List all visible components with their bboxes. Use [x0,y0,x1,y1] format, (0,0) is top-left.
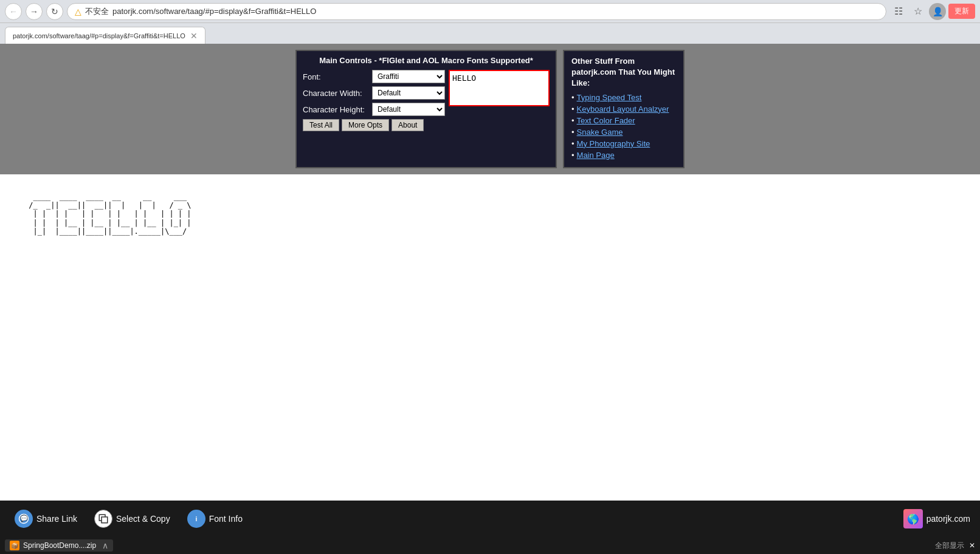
tab-bar: patorjk.com/software/taag/#p=display&f=G… [0,23,980,44]
photography-link[interactable]: My Photography Site [577,139,650,148]
share-link-button[interactable]: 💬 Share Link [10,507,82,530]
main-controls-panel: Main Controls - *FIGlet and AOL Macro Fo… [295,50,557,168]
windows-taskbar: 📦 SpringBootDemo....zip ∧ 全部显示 ✕ [0,537,980,554]
url-text: patorjk.com/software/taag/#p=display&f=G… [112,7,316,16]
address-bar[interactable]: △ 不安全 patorjk.com/software/taag/#p=displ… [67,3,886,20]
list-item: Snake Game [571,128,676,137]
share-link-label: Share Link [36,514,77,524]
tab-label: patorjk.com/software/taag/#p=display&f=G… [13,32,185,39]
show-all-button[interactable]: 全部显示 [935,541,964,551]
char-width-label: Character Width: [303,89,370,98]
char-width-row: Character Width: Default [303,86,445,100]
svg-rect-3 [102,517,108,523]
taskbar-item[interactable]: 📦 SpringBootDemo....zip ∧ [5,539,113,552]
reload-button[interactable]: ↻ [46,3,63,20]
test-all-button[interactable]: Test All [303,119,339,131]
font-info-label: Font Info [209,514,243,524]
taskbar-item-icon: 📦 [10,541,19,550]
ascii-art-area: ____ ____ ____ __ __ ___ /_ _|| __|| __|… [0,174,980,255]
page-content: Main Controls - *FIGlet and AOL Macro Fo… [0,44,980,501]
security-warning-icon: △ [75,7,81,16]
back-button[interactable]: ← [5,3,22,20]
bookmark-button[interactable]: ☆ [909,3,927,20]
update-button[interactable]: 更新 [948,4,975,19]
list-item: Typing Speed Test [571,93,676,102]
security-warning-text: 不安全 [85,6,109,17]
char-width-select[interactable]: Default [372,86,445,100]
bottom-toolbar: 💬 Share Link Select & Copy i Font Info 🌎… [0,501,980,537]
keyboard-layout-link[interactable]: Keyboard Layout Analzyer [577,104,669,114]
font-select[interactable]: Graffiti [372,70,445,83]
font-info-button[interactable]: i Font Info [182,507,247,530]
ascii-art-output: ____ ____ ____ __ __ ___ /_ _|| __|| __|… [24,193,956,236]
select-copy-icon [94,510,112,528]
active-tab[interactable]: patorjk.com/software/taag/#p=display&f=G… [5,27,205,44]
font-row: Font: Graffiti [303,70,445,83]
svg-text:💬: 💬 [20,515,29,522]
extensions-button[interactable]: ☷ [890,3,907,20]
list-item: My Photography Site [571,139,676,148]
list-item: Main Page [571,151,676,160]
other-stuff-title: Other Stuff From patorjk.com That You Mi… [571,56,676,89]
forward-button[interactable]: → [26,3,43,20]
other-links-list: Typing Speed Test Keyboard Layout Analzy… [571,93,676,160]
list-item: Keyboard Layout Analzyer [571,104,676,114]
taskbar-item-label: SpringBootDemo....zip [23,541,96,550]
text-color-link[interactable]: Text Color Fader [577,116,635,125]
snake-game-link[interactable]: Snake Game [577,128,623,137]
taskbar-item-expand[interactable]: ∧ [102,541,108,550]
controls-body: Font: Graffiti Character Width: Default … [303,70,550,131]
patorjk-logo[interactable]: 🌎 patorjk.com [903,509,970,528]
select-copy-label: Select & Copy [116,514,170,524]
taskbar-right: 全部显示 ✕ [935,541,975,551]
other-stuff-panel: Other Stuff From patorjk.com That You Mi… [563,50,685,168]
font-label: Font: [303,72,370,81]
more-opts-button[interactable]: More Opts [342,119,389,131]
main-page-link[interactable]: Main Page [577,151,615,160]
taskbar-close-btn[interactable]: ✕ [969,541,975,550]
logo-icon: 🌎 [903,509,923,528]
select-copy-button[interactable]: Select & Copy [89,507,175,530]
logo-text: patorjk.com [927,514,970,524]
button-row: Test All More Opts About [303,119,445,131]
char-height-row: Character Height: Default [303,103,445,116]
svg-text:i: i [195,515,197,522]
browser-chrome: ← → ↻ △ 不安全 patorjk.com/software/taag/#p… [0,0,980,23]
char-height-select[interactable]: Default [372,103,445,116]
main-controls-title: Main Controls - *FIGlet and AOL Macro Fo… [303,56,550,65]
text-input[interactable]: HELLO [449,70,550,106]
share-icon: 💬 [15,510,33,528]
char-height-label: Character Height: [303,105,370,114]
page-header-area: Main Controls - *FIGlet and AOL Macro Fo… [0,44,980,174]
tab-close-button[interactable]: ✕ [190,31,198,41]
browser-actions: ☷ ☆ 👤 更新 [890,3,975,20]
controls-left: Font: Graffiti Character Width: Default … [303,70,445,131]
typing-speed-link[interactable]: Typing Speed Test [577,93,642,102]
profile-button[interactable]: 👤 [929,3,946,20]
text-input-area: HELLO [449,70,550,131]
list-item: Text Color Fader [571,116,676,125]
font-info-icon: i [187,510,205,528]
about-button[interactable]: About [392,119,424,131]
